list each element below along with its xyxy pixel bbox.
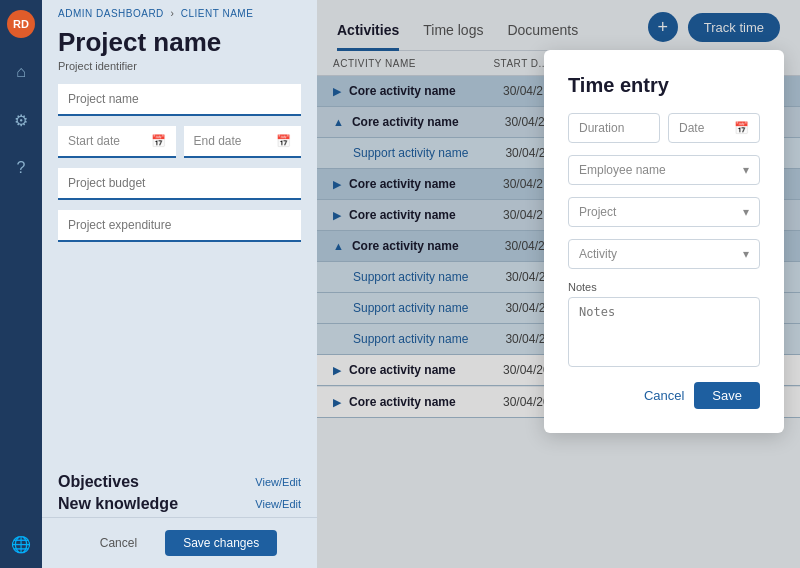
duration-label: Duration xyxy=(579,121,624,135)
date-label: Date xyxy=(679,121,704,135)
home-icon[interactable]: ⌂ xyxy=(7,58,35,86)
objectives-view-edit[interactable]: View/Edit xyxy=(255,476,301,488)
knowledge-label: New knowledge xyxy=(58,495,178,513)
project-select[interactable]: Project ▾ xyxy=(568,197,760,227)
date-row: Start date 📅 End date 📅 xyxy=(58,126,301,158)
calendar-modal-icon: 📅 xyxy=(734,121,749,135)
end-date-label: End date xyxy=(194,134,242,148)
left-panel: Admin Dashboard › Client Name Project na… xyxy=(42,0,317,568)
objectives-label: Objectives xyxy=(58,473,139,491)
project-name-input[interactable] xyxy=(58,84,301,116)
activity-label: Activity xyxy=(579,247,617,261)
chevron-down-icon: ▾ xyxy=(743,247,749,261)
question-icon[interactable]: ? xyxy=(7,154,35,182)
chevron-down-icon: ▾ xyxy=(743,205,749,219)
time-entry-modal: Time entry Duration Date 📅 Employee name… xyxy=(544,50,784,433)
employee-label: Employee name xyxy=(579,163,666,177)
breadcrumb: Admin Dashboard › Client Name xyxy=(42,0,317,27)
project-label: Project xyxy=(579,205,616,219)
notes-textarea[interactable] xyxy=(568,297,760,367)
project-title: Project name xyxy=(42,27,317,60)
knowledge-view-edit[interactable]: View/Edit xyxy=(255,498,301,510)
notes-label: Notes xyxy=(568,281,760,293)
main-content: Activities Time logs Documents + Track t… xyxy=(317,0,800,568)
end-date-field[interactable]: End date 📅 xyxy=(184,126,302,158)
start-date-label: Start date xyxy=(68,134,120,148)
left-footer: Cancel Save changes xyxy=(42,517,317,568)
modal-footer: Cancel Save xyxy=(568,382,760,409)
modal-duration-date-row: Duration Date 📅 xyxy=(568,113,760,143)
globe-icon[interactable]: 🌐 xyxy=(7,530,35,558)
start-date-field[interactable]: Start date 📅 xyxy=(58,126,176,158)
project-identifier: Project identifier xyxy=(42,60,317,84)
duration-field[interactable]: Duration xyxy=(568,113,660,143)
calendar-end-icon: 📅 xyxy=(276,134,291,148)
project-budget-input[interactable] xyxy=(58,168,301,200)
breadcrumb-admin[interactable]: Admin Dashboard xyxy=(58,8,164,19)
modal-save-button[interactable]: Save xyxy=(694,382,760,409)
breadcrumb-client[interactable]: Client Name xyxy=(181,8,254,19)
avatar: RD xyxy=(7,10,35,38)
cancel-button[interactable]: Cancel xyxy=(82,530,155,556)
modal-overlay: Time entry Duration Date 📅 Employee name… xyxy=(317,0,800,568)
left-form: Start date 📅 End date 📅 xyxy=(42,84,317,461)
objectives-section: Objectives View/Edit New knowledge View/… xyxy=(42,461,317,517)
project-expenditure-input[interactable] xyxy=(58,210,301,242)
gear-icon[interactable]: ⚙ xyxy=(7,106,35,134)
calendar-icon: 📅 xyxy=(151,134,166,148)
objectives-row: Objectives View/Edit xyxy=(58,473,301,491)
sidebar: RD ⌂ ⚙ ? 🌐 xyxy=(0,0,42,568)
chevron-down-icon: ▾ xyxy=(743,163,749,177)
knowledge-row: New knowledge View/Edit xyxy=(58,495,301,513)
save-changes-button[interactable]: Save changes xyxy=(165,530,277,556)
modal-cancel-button[interactable]: Cancel xyxy=(644,388,684,403)
employee-select[interactable]: Employee name ▾ xyxy=(568,155,760,185)
modal-title: Time entry xyxy=(568,74,760,97)
date-field[interactable]: Date 📅 xyxy=(668,113,760,143)
activity-select[interactable]: Activity ▾ xyxy=(568,239,760,269)
